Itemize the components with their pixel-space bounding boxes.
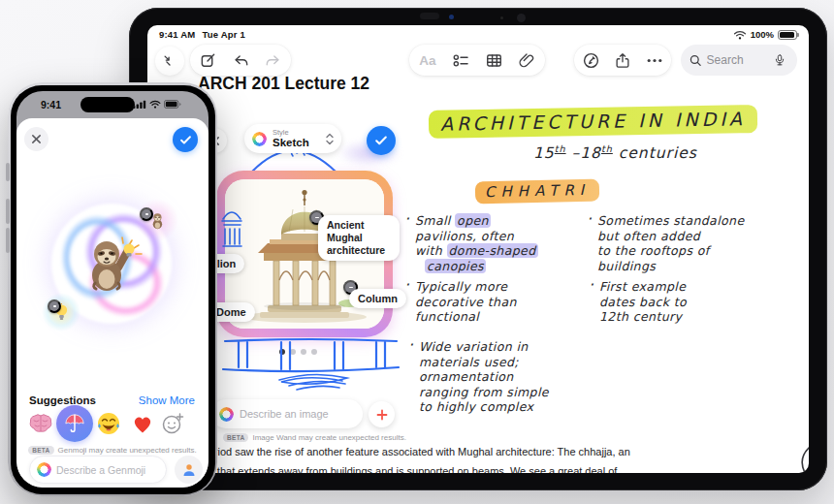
volume-down-button [6,228,10,253]
ipad-device: 9:41 AMTue Apr 1 100% Aa [129,8,827,490]
ipad-sensor-pill [420,13,439,19]
genmoji-accept-button[interactable] [173,127,198,152]
apple-intelligence-icon [252,132,267,146]
checklist-icon [453,53,469,68]
personalize-button[interactable] [175,456,203,484]
attachment-button[interactable] [512,46,541,75]
search-icon [690,54,702,67]
dictation-button[interactable] [772,51,788,69]
iphone-status-icons [133,100,181,109]
note-paragraph-line1: s period saw the rise of another feature… [194,443,787,461]
handwritten-stroke [795,446,809,473]
checkmark-icon [374,135,388,146]
share-button[interactable] [608,46,637,75]
label-ancient-mughal[interactable]: Ancient Mughal architecture [318,215,400,261]
umbrella-icon [64,413,85,434]
umbrella-genmoji-selected[interactable] [56,405,93,442]
image-wand-accept-button[interactable] [367,126,396,155]
handwritten-section-title: CHHATRI [475,181,599,202]
ipad-screen: 9:41 AMTue Apr 1 100% Aa [147,25,809,473]
checklist-button[interactable] [446,46,475,75]
genmoji-sheet: Suggestions Show More BETA Genmoji may c… [16,118,208,488]
undo-button[interactable] [226,46,255,75]
battery-icon [778,30,797,40]
iphone-screen: 9:41 [16,91,208,488]
action-button [6,163,10,181]
describe-image-input[interactable] [240,408,348,420]
apple-intelligence-icon [37,462,51,477]
bullet-wide-variation: Wide variation in materials used; orname… [419,339,549,415]
beta-badge: BETA [223,433,248,442]
text-format-label: Aa [419,53,435,68]
image-wand-beta-note: BETA Image Wand may create unexpected re… [223,433,406,442]
describe-image-field[interactable] [211,399,363,428]
remove-bulb-variant-button[interactable] [48,299,61,313]
text-format-button[interactable]: Aa [413,46,442,75]
ipad-status-left: 9:41 AMTue Apr 1 [159,29,245,40]
genmoji-close-button[interactable] [24,127,48,151]
describe-genmoji-input[interactable] [56,464,153,476]
apple-intelligence-icon [219,407,234,422]
beta-text: Genmoji may create unexpected results. [58,446,197,455]
markup-button[interactable] [577,46,606,75]
person-icon [182,463,196,477]
compose-icon [200,52,216,69]
battery-percent: 100% [751,29,774,40]
remove-sloth-variant-button[interactable] [140,207,153,221]
wifi-icon [149,100,161,109]
ipad-date: Tue Apr 1 [202,29,245,40]
ipad-mic-dot [500,16,503,19]
bullet-small-open-pavilions: Small open pavilions, often with dome-sh… [415,213,538,273]
compose-button[interactable] [194,46,223,75]
share-icon [615,52,630,69]
show-more-link[interactable]: Show More [139,394,195,406]
pencil-circle-icon [583,52,599,69]
beta-text: Image Wand may create unexpected results… [252,433,405,442]
plus-icon [376,409,388,421]
sketch-columns-stroke [221,333,401,394]
label-column[interactable]: Column [349,289,406,308]
battery-icon [164,100,181,109]
undo-icon [233,53,249,68]
format-toolbar-group: Aa [409,45,545,76]
ipad-front-camera [517,14,526,22]
dynamic-island [80,97,135,112]
describe-genmoji-field[interactable] [29,456,167,484]
close-icon [31,134,42,144]
mic-icon [774,53,786,68]
actions-toolbar-group [574,45,671,76]
new-genmoji-button[interactable] [158,409,187,438]
suggestions-label: Suggestions [29,394,96,406]
collapse-arrows-icon [162,53,177,69]
table-button[interactable] [479,46,508,75]
heart-emoji-suggestion[interactable] [128,409,157,438]
collapse-toolbar-button[interactable] [155,47,184,76]
more-button[interactable] [640,46,669,75]
add-image-button[interactable] [369,401,395,427]
iphone-clock: 9:41 [41,99,61,110]
redo-button[interactable] [259,46,288,75]
edit-toolbar-group [190,45,291,76]
iphone-device: 9:41 [8,82,217,496]
ipad-clock: 9:41 AM [159,29,195,40]
beta-badge: BETA [28,446,53,455]
heart-icon [131,413,154,434]
note-paragraph-line2: ning that extends away from buildings an… [194,462,787,473]
genmoji-beta-note: BETA Genmoji may create unexpected resul… [16,446,208,455]
redo-icon [265,53,281,68]
style-selector[interactable]: Style Sketch [244,124,341,153]
volume-up-button [6,199,10,224]
ipad-status-right: 100% [733,29,797,40]
brain-emoji-suggestion[interactable] [26,409,55,438]
style-label: Style [273,129,309,137]
brain-icon [28,413,53,434]
search-input[interactable] [707,53,767,67]
ellipsis-icon [647,58,662,63]
handwritten-heading: ARCHITECTURE IN INDIA [429,108,757,135]
search-field[interactable] [681,45,797,76]
note-title: ARCH 201 Lecture 12 [198,74,369,94]
ipad-camera-dot [449,15,454,19]
handwritten-subheading: 15th –18th centuries [533,143,697,162]
laughing-emoji-suggestion[interactable] [94,409,123,438]
table-icon [486,53,502,68]
